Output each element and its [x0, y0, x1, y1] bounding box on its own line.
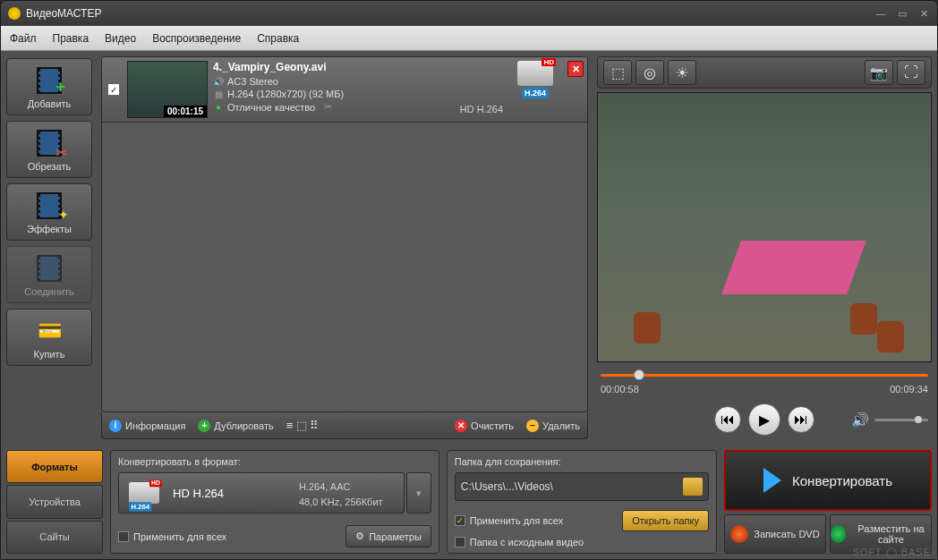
format-dropdown[interactable]: ▾	[406, 472, 431, 513]
minus-icon: –	[526, 420, 539, 432]
volume-slider[interactable]	[874, 419, 928, 421]
dvd-icon	[730, 525, 748, 543]
format-tabs: Форматы Устройства Сайты	[6, 450, 103, 554]
format-name: HD H.264	[173, 487, 224, 500]
clear-button[interactable]: ✕Очистить	[455, 420, 514, 432]
convert-button[interactable]: Конвертировать	[724, 450, 932, 511]
watermark: SOFT ◯ BASE	[852, 547, 931, 558]
quality-icon: ●	[213, 102, 224, 113]
save-title: Папка для сохранения:	[455, 456, 709, 467]
globe-icon	[831, 525, 846, 543]
effects-button[interactable]: ✦ Эффекты	[6, 183, 92, 241]
close-button[interactable]: ✕	[917, 7, 930, 20]
crop-button[interactable]: ✂ Обрезать	[6, 121, 92, 178]
gear-icon: ⚙	[355, 530, 364, 542]
menu-play[interactable]: Воспроизведение	[152, 32, 241, 45]
source-folder-checkbox[interactable]: Папка с исходным видео	[455, 537, 709, 547]
audio-info: AC3 Stereo	[227, 76, 278, 87]
file-list: ✓ 00:01:15 4._Vampiry_Geony.avi 🔊AC3 Ste…	[101, 56, 588, 412]
file-checkbox[interactable]: ✓	[107, 83, 120, 96]
speaker-icon: 🔊	[213, 76, 224, 87]
file-item[interactable]: ✓ 00:01:15 4._Vampiry_Geony.avi 🔊AC3 Ste…	[102, 57, 587, 123]
maximize-button[interactable]: ▭	[896, 7, 908, 20]
convert-panel: Конвертировать в формат: HDH.264 HD H.26…	[110, 450, 439, 554]
tab-formats[interactable]: Форматы	[6, 450, 103, 483]
format-icon: HD	[517, 61, 553, 86]
save-path-input[interactable]	[461, 480, 678, 493]
volume-icon[interactable]: 🔊	[851, 412, 869, 428]
fullscreen-button[interactable]: ⛶	[897, 60, 925, 85]
titlebar: ВидеоМАСТЕР — ▭ ✕	[1, 1, 937, 26]
app-title: ВидеоМАСТЕР	[26, 7, 866, 20]
duration-label: 00:01:15	[164, 106, 207, 117]
total-time: 00:09:34	[890, 384, 928, 395]
burn-dvd-button[interactable]: Записать DVD	[724, 514, 826, 554]
scissors-icon[interactable]: ✂	[324, 101, 332, 113]
info-icon: i	[109, 420, 122, 432]
params-button[interactable]: ⚙Параметры	[345, 525, 431, 547]
app-logo-icon	[8, 7, 21, 20]
remove-file-button[interactable]: ✕	[567, 61, 584, 77]
save-panel: Папка для сохранения: ✓Применить для все…	[447, 450, 717, 554]
current-time: 00:00:58	[601, 384, 639, 395]
menu-help[interactable]: Справка	[257, 32, 299, 45]
browse-folder-button[interactable]	[683, 478, 703, 496]
add-icon: +	[31, 64, 67, 97]
minimize-button[interactable]: —	[874, 7, 887, 20]
snapshot-button[interactable]: 📷	[865, 60, 893, 85]
quality-info: Отличное качество	[227, 102, 315, 113]
format-selector-icon: HDH.264	[129, 482, 159, 504]
apply-all-save-checkbox[interactable]: ✓Применить для всех	[455, 515, 563, 526]
list-toolbar: iИнформация +Дублировать ≡ ⬚ ⠿ ✕Очистить…	[101, 412, 588, 439]
menu-video[interactable]: Видео	[105, 32, 136, 45]
crop-icon: ✂	[31, 127, 67, 159]
x-icon: ✕	[455, 420, 467, 432]
menu-file[interactable]: Файл	[10, 32, 37, 45]
codec-info: H.264 (1280x720) (92 МБ)	[227, 89, 344, 99]
preview-toolbar: ⬚ ◎ ☀ 📷 ⛶	[597, 56, 932, 89]
add-button[interactable]: + Добавить	[6, 58, 92, 115]
view-toggle[interactable]: ≡ ⬚ ⠿	[286, 419, 320, 432]
open-folder-button[interactable]: Открыть папку	[622, 510, 709, 531]
brightness-button[interactable]: ☀	[668, 60, 696, 85]
tab-sites[interactable]: Сайты	[6, 521, 103, 554]
actions-panel: Конвертировать Записать DVD Разместить н…	[724, 450, 932, 554]
convert-title: Конвертировать в формат:	[118, 456, 431, 467]
settings-tool-button[interactable]: ◎	[635, 60, 664, 85]
codec-line1: H.264, AAC	[299, 479, 383, 495]
video-preview[interactable]	[597, 92, 932, 362]
duplicate-button[interactable]: +Дублировать	[198, 420, 273, 432]
codec-line2: 48,0 KHz, 256Кбит	[299, 495, 383, 510]
format-text: HD H.264	[460, 104, 503, 118]
merge-icon	[31, 252, 67, 284]
tab-devices[interactable]: Устройства	[6, 485, 103, 518]
file-thumbnail: 00:01:15	[127, 61, 208, 118]
buy-icon: 💳	[31, 315, 67, 347]
file-name: 4._Vampiry_Geony.avi	[213, 61, 455, 73]
merge-button[interactable]: Соединить	[6, 246, 92, 303]
info-button[interactable]: iИнформация	[109, 420, 185, 432]
prev-button[interactable]: ⏮	[714, 406, 741, 433]
menu-edit[interactable]: Правка	[53, 32, 90, 45]
effects-icon: ✦	[31, 190, 67, 222]
preview-panel: ⬚ ◎ ☀ 📷 ⛶ 00:00:58 0	[592, 51, 937, 445]
menubar: Файл Правка Видео Воспроизведение Справк…	[1, 26, 937, 51]
buy-button[interactable]: 💳 Купить	[6, 309, 92, 366]
crop-tool-button[interactable]: ⬚	[603, 60, 632, 85]
play-button[interactable]: ▶	[748, 403, 780, 436]
apply-all-format-checkbox[interactable]: Применить для всех	[118, 531, 226, 542]
video-icon: ▦	[213, 89, 224, 99]
plus-icon: +	[198, 420, 210, 432]
arrow-icon	[763, 468, 781, 493]
sidebar: + Добавить ✂ Обрезать ✦ Эффекты Соединит…	[1, 51, 98, 445]
h264-badge: H.264	[522, 88, 549, 98]
next-button[interactable]: ⏭	[788, 406, 814, 433]
seek-slider[interactable]	[601, 371, 928, 380]
delete-button[interactable]: –Удалить	[526, 420, 580, 432]
